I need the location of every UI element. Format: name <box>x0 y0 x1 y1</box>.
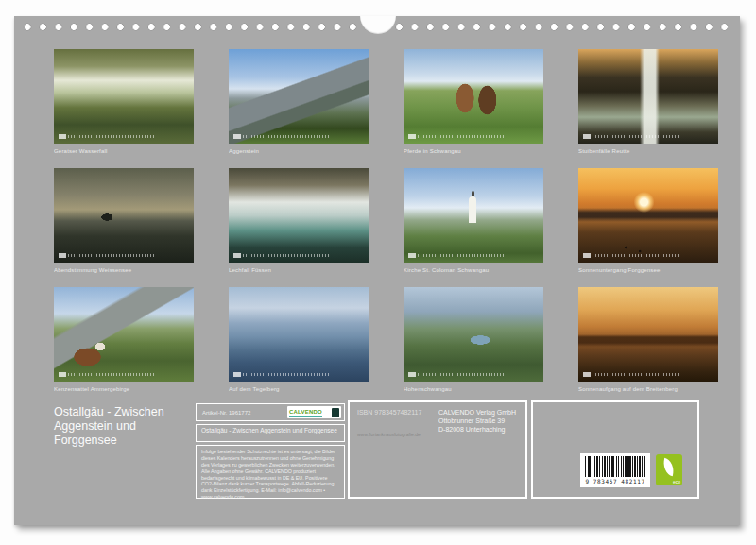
calvendo-wordmark: CALVENDO <box>289 409 322 417</box>
photo-watermark <box>59 372 154 377</box>
photo-cell: Sonnenaufgang auf dem Breitenberg <box>578 287 718 395</box>
photo-caption: Aggenstein <box>229 146 369 156</box>
photo-caption: Kirche St. Coloman Schwangau <box>404 265 543 275</box>
photo-watermark <box>583 253 679 258</box>
publisher-line: D-82008 Unterhaching <box>438 426 516 434</box>
barcode-bars-icon <box>585 456 645 477</box>
eco-logo: eco <box>656 454 682 485</box>
publisher-address: CALVENDO Verlag GmbH Ottobrunner Straße … <box>438 409 516 434</box>
photo-caption: Stuibenfälle Reutte <box>578 146 718 156</box>
photo-grid: Geratser Wasserfall Aggenstein Pferde in… <box>54 49 718 395</box>
author-website: www.florianknausfotografie.de <box>357 432 421 437</box>
publisher-line: Ottobrunner Straße 39 <box>438 417 516 426</box>
photo-cell: Aggenstein <box>229 49 369 157</box>
barcode: 9 783457 482117 <box>580 453 650 487</box>
photo-st-coloman <box>404 168 543 263</box>
isbn-number: ISBN 9783457482117 <box>357 409 421 416</box>
photo-cell: Stuibenfälle Reutte <box>578 49 718 157</box>
calendar-title: Ostallgäu - Zwischen Aggenstein und Forg… <box>54 405 194 447</box>
photo-kenzensattel-cow <box>54 287 194 382</box>
photo-hohenschwangau <box>404 287 543 382</box>
photo-cell: Abendstimmung Weissensee <box>54 168 194 276</box>
photo-weissensee <box>54 168 194 263</box>
photo-watermark <box>408 134 504 139</box>
photo-caption: Sonnenuntergang Forggensee <box>578 265 718 275</box>
eco-label: eco <box>673 479 680 485</box>
inner-title: Ostallgäu - Zwischen Aggenstein und Forg… <box>201 427 339 434</box>
photo-cell: Sonnenuntergang Forggensee <box>578 168 718 276</box>
photo-forggensee-sunset <box>578 168 718 263</box>
photo-cell: Kirche St. Coloman Schwangau <box>404 168 543 276</box>
photo-breitenberg-sunrise <box>578 287 718 382</box>
photo-cell: Hohenschwangau <box>404 287 543 395</box>
isbn-publisher-box: ISBN 9783457482117 CALVENDO Verlag GmbH … <box>348 400 527 499</box>
photo-watermark <box>233 253 329 258</box>
photo-stuibenfaelle <box>578 49 718 144</box>
photo-caption: Abendstimmung Weissensee <box>54 265 194 275</box>
photo-caption: Auf dem Tegelberg <box>229 384 369 394</box>
photo-caption: Geratser Wasserfall <box>54 146 194 156</box>
church-icon <box>469 196 476 223</box>
calvendo-logo-mark-icon <box>332 408 339 417</box>
photo-cell: Lechfall Füssen <box>229 168 369 276</box>
photo-cell: Auf dem Tegelberg <box>229 287 369 395</box>
photo-geratser-wasserfall <box>54 49 194 144</box>
photo-watermark <box>233 372 329 377</box>
calvendo-logo: CALVENDO <box>287 406 341 418</box>
photo-caption: Hohenschwangau <box>404 384 543 394</box>
photo-aggenstein <box>229 49 369 144</box>
photo-caption: Sonnenaufgang auf dem Breitenberg <box>578 384 718 394</box>
photo-caption: Kenzensattel Ammergebirge <box>54 384 194 394</box>
article-number-box: Artikel-Nr. 1961772 CALVENDO <box>196 403 345 421</box>
photo-tegelberg <box>229 287 369 382</box>
photo-watermark <box>583 134 679 139</box>
photo-watermark <box>408 253 504 258</box>
photo-pferde-schwangau <box>404 49 543 144</box>
photo-caption: Lechfall Füssen <box>229 265 369 275</box>
photo-watermark <box>59 134 154 139</box>
barcode-box: 9 783457 482117 eco <box>531 400 699 499</box>
photo-cell: Geratser Wasserfall <box>54 49 194 157</box>
inner-title-box: Ostallgäu - Zwischen Aggenstein und Forg… <box>196 424 345 442</box>
publisher-line: CALVENDO Verlag GmbH <box>438 409 516 417</box>
photo-watermark <box>408 372 504 377</box>
photo-caption: Pferde in Schwangau <box>404 146 543 156</box>
photo-watermark <box>583 372 679 377</box>
leaf-icon <box>661 458 677 477</box>
legal-fine-print: Infolge bestehender Schutzrechte ist es … <box>201 449 339 501</box>
article-number: Artikel-Nr. 1961772 <box>202 410 250 416</box>
photo-lechfall <box>229 168 369 263</box>
barcode-digits: 9 783457 482117 <box>580 478 650 485</box>
legal-box: Infolge bestehender Schutzrechte ist es … <box>196 445 345 499</box>
calendar-back-cover: Geratser Wasserfall Aggenstein Pferde in… <box>14 16 740 525</box>
photo-cell: Pferde in Schwangau <box>404 49 543 157</box>
photo-cell: Kenzensattel Ammergebirge <box>54 287 194 395</box>
photo-watermark <box>233 134 329 139</box>
photo-watermark <box>59 253 154 258</box>
